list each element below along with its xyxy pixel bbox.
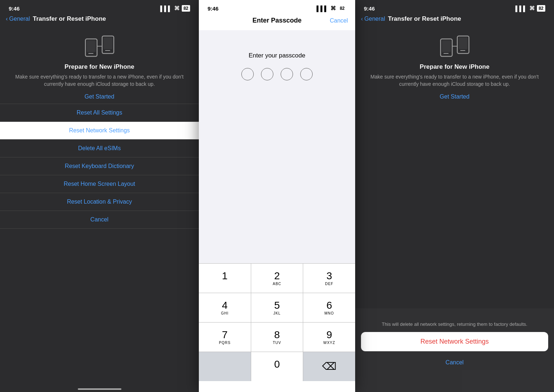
passcode-dot-3 — [281, 68, 293, 80]
reset-home-screen-layout[interactable]: Reset Home Screen Layout — [0, 175, 199, 193]
left-back-button[interactable]: ‹ General — [6, 16, 30, 22]
key-1-letters — [224, 282, 225, 286]
left-status-icons: ▌▌▌ ⌘ 82 — [160, 5, 190, 12]
key-5-letters: JKL — [273, 311, 281, 315]
svg-rect-1 — [87, 40, 96, 52]
keypad-row-3: 7 PQRS 8 TUV 9 WXYZ — [199, 322, 355, 352]
passcode-header: Enter Passcode Cancel — [199, 14, 355, 30]
left-nav-title: Transfer or Reset iPhone — [33, 15, 106, 23]
key-2-letters: ABC — [273, 282, 281, 286]
right-status-icons: ▌▌▌ ⌘ 82 — [515, 5, 545, 12]
svg-rect-10 — [459, 37, 467, 49]
right-signal-icon: ▌▌▌ — [515, 5, 527, 12]
middle-panel: 9:46 ▌▌▌ ⌘ 82 Enter Passcode Cancel Ente… — [199, 0, 355, 392]
right-back-label: General — [364, 16, 385, 22]
keypad-row-4: 0 ⌫ — [199, 352, 355, 381]
key-delete[interactable]: ⌫ — [303, 352, 355, 381]
passcode-dot-2 — [261, 68, 273, 80]
passcode-dot-1 — [241, 68, 254, 80]
key-7[interactable]: 7 PQRS — [199, 323, 251, 352]
left-content: Prepare for New iPhone Make sure everyth… — [0, 26, 199, 381]
key-1[interactable]: 1 — [199, 264, 251, 293]
middle-battery-indicator: 82 — [338, 5, 346, 12]
delete-all-esims[interactable]: Delete All eSIMs — [0, 140, 199, 157]
right-panel: 9:46 ▌▌▌ ⌘ 82 ‹ General Transfer or Rese… — [355, 0, 554, 392]
middle-home-indicator — [255, 388, 299, 390]
middle-home-bar — [199, 381, 355, 392]
middle-time: 9:46 — [208, 5, 218, 12]
left-prepare-title: Prepare for New iPhone — [65, 63, 135, 71]
key-5[interactable]: 5 JKL — [251, 293, 304, 322]
transfer-icon — [83, 33, 116, 59]
key-7-letters: PQRS — [219, 341, 230, 345]
key-empty — [199, 352, 251, 381]
right-wifi-icon: ⌘ — [529, 5, 535, 12]
right-status-bar: 9:46 ▌▌▌ ⌘ 82 — [355, 0, 554, 14]
right-time: 9:46 — [364, 5, 375, 12]
left-home-indicator — [78, 388, 121, 390]
passcode-dot-4 — [300, 68, 313, 80]
left-cancel-button[interactable]: Cancel — [0, 211, 199, 229]
battery-indicator: 82 — [182, 5, 190, 12]
right-prepare-desc: Make sure everything's ready to transfer… — [355, 73, 554, 88]
dialog-description: This will delete all network settings, r… — [371, 321, 538, 328]
keypad-row-2: 4 GHI 5 JKL 6 MNO — [199, 293, 355, 322]
key-3[interactable]: 3 DEF — [303, 264, 355, 293]
middle-wifi-icon: ⌘ — [330, 5, 336, 12]
right-nav-title: Transfer or Reset iPhone — [388, 15, 461, 23]
right-nav-bar: ‹ General Transfer or Reset iPhone — [355, 14, 554, 26]
delete-icon: ⌫ — [322, 361, 337, 372]
right-back-button[interactable]: ‹ General — [361, 16, 385, 22]
key-4[interactable]: 4 GHI — [199, 293, 251, 322]
key-4-number: 4 — [222, 300, 228, 311]
dialog-confirm-button[interactable]: Reset Network Settings — [361, 332, 548, 351]
passcode-dots — [241, 68, 313, 80]
right-battery-indicator: 82 — [537, 5, 545, 12]
key-6-letters: MNO — [325, 311, 334, 315]
key-8-letters: TUV — [273, 341, 281, 345]
key-2-number: 2 — [274, 271, 280, 281]
passcode-title: Enter Passcode — [252, 17, 301, 24]
left-home-bar — [0, 381, 199, 392]
reset-all-settings[interactable]: Reset All Settings — [0, 104, 199, 122]
left-get-started-button[interactable]: Get Started — [85, 93, 115, 100]
key-5-number: 5 — [274, 300, 280, 311]
right-get-started-button[interactable]: Get Started — [440, 93, 470, 100]
reset-network-settings[interactable]: Reset Network Settings — [0, 122, 199, 140]
reset-location-privacy[interactable]: Reset Location & Privacy — [0, 193, 199, 211]
wifi-icon: ⌘ — [174, 5, 180, 12]
key-4-letters: GHI — [221, 311, 229, 315]
left-back-label: General — [9, 16, 30, 22]
reset-keyboard-dictionary[interactable]: Reset Keyboard Dictionary — [0, 157, 199, 175]
middle-status-icons: ▌▌▌ ⌘ 82 — [317, 5, 346, 12]
left-time: 9:46 — [9, 5, 20, 12]
chevron-left-icon: ‹ — [6, 16, 8, 22]
key-0-letters — [276, 370, 278, 374]
signal-icon: ▌▌▌ — [160, 5, 172, 12]
confirmation-dialog: This will delete all network settings, r… — [355, 308, 554, 392]
key-9-letters: WXYZ — [323, 341, 335, 345]
key-3-letters: DEF — [325, 282, 333, 286]
keypad-row-1: 1 2 ABC 3 DEF — [199, 263, 355, 293]
left-panel: 9:46 ▌▌▌ ⌘ 82 ‹ General Transfer or Rese… — [0, 0, 199, 392]
dialog-cancel-button[interactable]: Cancel — [355, 355, 554, 370]
right-prepare-title: Prepare for New iPhone — [420, 63, 490, 71]
right-chevron-left-icon: ‹ — [361, 16, 363, 22]
svg-rect-4 — [104, 37, 112, 49]
passcode-body: Enter your passcode — [199, 30, 355, 263]
middle-signal-icon: ▌▌▌ — [317, 5, 328, 12]
enter-passcode-prompt: Enter your passcode — [249, 52, 305, 59]
key-2[interactable]: 2 ABC — [251, 264, 304, 293]
key-9[interactable]: 9 WXYZ — [303, 323, 355, 352]
right-transfer-icon — [438, 33, 471, 59]
middle-status-bar: 9:46 ▌▌▌ ⌘ 82 — [199, 0, 355, 14]
left-nav-bar: ‹ General Transfer or Reset iPhone — [0, 14, 199, 26]
key-6[interactable]: 6 MNO — [303, 293, 355, 322]
key-8[interactable]: 8 TUV — [251, 323, 304, 352]
key-0-number: 0 — [274, 359, 280, 369]
key-8-number: 8 — [274, 330, 280, 340]
key-0[interactable]: 0 — [251, 352, 304, 381]
passcode-cancel-button[interactable]: Cancel — [330, 17, 348, 24]
svg-rect-7 — [442, 40, 451, 52]
keypad: 1 2 ABC 3 DEF 4 GHI 5 JKL 6 — [199, 263, 355, 381]
